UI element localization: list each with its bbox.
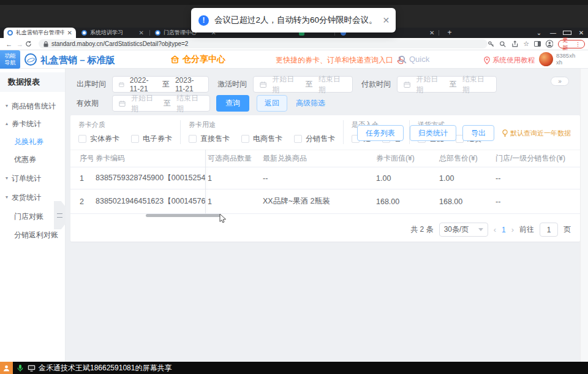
quick-entry-link[interactable]: 更快捷的券卡、订单和快递查询入口 (276, 55, 404, 66)
goto-page-input[interactable] (540, 223, 558, 237)
kebab-menu-icon[interactable]: ⋮ (575, 41, 581, 47)
share-center-label: 仓分享中心 (183, 54, 225, 65)
checkbox-icon[interactable] (131, 135, 139, 143)
outbound-date-range[interactable]: 2022-11-21 至 2023-11-21 (112, 76, 209, 93)
col-store-price: 门店/一级分销售价(¥) (493, 150, 580, 167)
back-button[interactable]: 返回 (257, 95, 287, 112)
user-name-main: 8385xh (556, 52, 575, 59)
table-row[interactable]: 1 8385759328745900【00015254】 1 -- 1.00 1… (70, 167, 580, 189)
user-avatar[interactable] (539, 52, 553, 66)
prev-page-button[interactable]: ‹ (494, 225, 496, 234)
next-page-button[interactable]: › (511, 225, 514, 234)
date-start-placeholder: 开始日期 (272, 74, 300, 95)
reload-icon[interactable] (25, 40, 36, 47)
brand-title: 礼盒营销 – 标准版 (40, 55, 115, 66)
search-icon (398, 55, 407, 64)
quick-search[interactable]: Quick (398, 55, 429, 64)
new-tab-button[interactable]: + (445, 29, 454, 37)
screen: 礼盒营销平台管理中心 ✕ 系统培训学习 ✕ 门店管理中心 ✕ ✕ + ⌄ — ✕ (0, 0, 588, 374)
close-window-button[interactable]: ✕ (577, 28, 586, 37)
meeting-toast: ! 会议已超过2人，自动转为60分钟限时会议。 ✕ (191, 8, 396, 32)
password-key-icon[interactable] (488, 40, 495, 48)
table-row[interactable]: 2 8385021946451623【00014576】 1 XX品牌~果酒 2… (70, 189, 580, 214)
back-icon[interactable]: ← (4, 40, 15, 48)
page-scrollbar-track[interactable] (580, 50, 588, 362)
zoom-icon[interactable] (499, 40, 507, 48)
nav-toggle-button[interactable]: 功能 导航 (0, 50, 20, 69)
checkbox-icon[interactable] (189, 135, 197, 143)
group-card-usage: 券卡用途 直接售卡 电商售卡 分销售卡 (189, 120, 344, 144)
microphone-icon[interactable] (17, 364, 23, 372)
horizontal-scrollbar[interactable] (146, 214, 221, 217)
results-card: 券卡介质 实体券卡 电子券卡 券卡用途 直接售卡 电商售卡 分销售卡 是否入仓 (70, 115, 580, 242)
classify-stats-button[interactable]: 归类统计 (410, 125, 456, 141)
date-sep: 至 (450, 79, 457, 90)
page-size-select[interactable]: 30条/页 (439, 223, 488, 237)
checkbox-icon[interactable] (294, 135, 302, 143)
tab-title: 系统培训学习 (90, 29, 136, 37)
side-panel-icon[interactable] (534, 41, 541, 47)
browser-tab-active[interactable]: 礼盒营销平台管理中心 ✕ (4, 28, 76, 38)
calendar-icon (404, 81, 410, 88)
participant-avatar[interactable] (0, 362, 13, 374)
screenshare-icon[interactable] (28, 365, 36, 372)
tab-close-icon[interactable]: ✕ (429, 29, 434, 36)
col-latest-exchange: 最新兑换商品 (260, 150, 374, 167)
checkbox-icon[interactable] (78, 135, 86, 143)
checkbox-ecommerce-sale[interactable]: 电商售卡 (241, 134, 282, 144)
tab-search-icon[interactable]: ⌄ (535, 28, 543, 37)
tab-close-icon[interactable]: ✕ (139, 29, 144, 36)
col-hq-price: 总部售价(¥) (437, 150, 493, 167)
toast-close-icon[interactable]: ✕ (383, 15, 390, 25)
profile-icon[interactable] (546, 40, 554, 48)
sidebar-item-product-sales[interactable]: ▾ 商品销售统计 (0, 98, 65, 114)
card-toolbar: 任务列表 归类统计 导出 默认查询近一年数据 (357, 125, 571, 141)
search-button[interactable]: 查询 (216, 95, 249, 112)
goto-label: 前往 (519, 224, 534, 235)
checkbox-distribution-sale[interactable]: 分销售卡 (294, 134, 335, 144)
sidebar-collapse-handle[interactable] (54, 201, 66, 229)
expand-filters-button[interactable]: » (551, 77, 569, 86)
url-omnibox[interactable]: standard.maboy.cn/CardStatisticsDetail?o… (39, 39, 488, 48)
fixed-column-divider (205, 150, 206, 213)
tab-close-icon[interactable]: ✕ (67, 29, 72, 36)
share-center-link[interactable]: 仓分享中心 (170, 54, 225, 65)
sidebar-item-order-stats[interactable]: ▾ 订单统计 (0, 170, 65, 186)
forward-icon[interactable]: → (15, 40, 26, 48)
default-query-tip: 默认查询近一年数据 (502, 129, 571, 138)
sidebar-section-title: 数据报表 (0, 72, 65, 92)
col-card-code: 券卡编码 (93, 150, 205, 167)
sidebar-item-exchange-coupon[interactable]: 兑换礼券 (0, 134, 65, 150)
chevron-down-icon (478, 228, 483, 231)
sidebar: 数据报表 ▾ 商品销售统计 ▴ 券卡统计 兑换礼券 优惠券 ▾ 订单统计 ▾ 发… (0, 69, 66, 362)
screenshare-taskbar: 金禾通技术王斌18662591081的屏幕共享 (0, 362, 588, 374)
browser-tab[interactable]: 系统培训学习 ✕ (78, 28, 148, 38)
minimize-button[interactable]: — (549, 28, 557, 37)
date-end-placeholder: 结束日期 (318, 74, 346, 95)
export-button[interactable]: 导出 (462, 125, 494, 141)
payment-date-range[interactable]: 开始日期 至 结束日期 (397, 76, 497, 93)
task-list-button[interactable]: 任务列表 (357, 125, 404, 141)
chevron-down-icon: ▾ (6, 98, 8, 114)
tab-favicon-icon (155, 30, 160, 36)
checkbox-icon[interactable] (241, 135, 249, 143)
checkbox-physical-card[interactable]: 实体券卡 (78, 134, 119, 144)
pagination: 共 2 条 30条/页 ‹ 1 › 前往 页 (410, 223, 571, 237)
bookmark-star-icon[interactable]: ☆ (523, 40, 529, 48)
validity-date-range[interactable]: 开始日期 至 结束日期 (112, 95, 210, 112)
quick-entry-label: 更快捷的券卡、订单和快递查询入口 (276, 55, 393, 66)
date-end: 2023-11-21 (175, 76, 202, 93)
share-icon[interactable] (511, 40, 519, 48)
checkbox-direct-sale[interactable]: 直接售卡 (189, 134, 230, 144)
sidebar-item-discount-coupon[interactable]: 优惠券 (0, 151, 65, 167)
tutorial-label: 系统使用教程 (492, 56, 535, 65)
sidebar-item-card-stats[interactable]: ▴ 券卡统计 (0, 116, 65, 132)
activate-date-range[interactable]: 开始日期 至 结束日期 (253, 76, 353, 93)
tab-separator (439, 30, 439, 36)
tutorial-link[interactable]: 系统使用教程 (484, 56, 535, 65)
filter-label-payment: 付款时间 (361, 79, 391, 90)
checkbox-electronic-card[interactable]: 电子券卡 (131, 134, 172, 144)
advanced-filter-link[interactable]: 高级筛选 (296, 98, 325, 109)
browser-update-button[interactable]: 更新⋮ (558, 40, 585, 48)
filter-row-1: 出库时间 2022-11-21 至 2023-11-21 激活时间 开始日期 至… (77, 76, 497, 93)
